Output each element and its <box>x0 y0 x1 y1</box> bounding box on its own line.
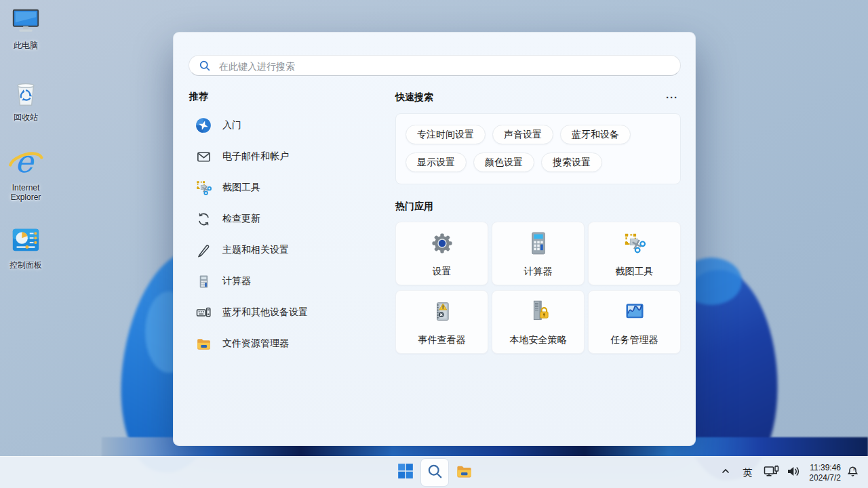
recommended-item-bluetooth-devices[interactable]: 蓝牙和其他设备设置 <box>189 297 386 328</box>
right-column: 快速搜索 ··· 专注时间设置 声音设置 蓝牙和设备 显示设置 颜色设置 搜索设… <box>395 91 681 354</box>
taskbar-center <box>392 459 477 486</box>
system-tray: 英 <box>720 457 868 488</box>
task-manager-icon <box>621 298 648 328</box>
check-updates-icon <box>195 211 212 227</box>
app-tile-local-security-policy[interactable]: 本地安全策略 <box>492 290 585 354</box>
clock-time: 11:39:46 <box>809 463 841 473</box>
app-tile-event-viewer[interactable]: 事件查看器 <box>395 290 488 354</box>
app-tile-label: 本地安全策略 <box>510 334 567 346</box>
desktop-icon-label: 此电脑 <box>4 41 47 50</box>
quick-search-chip[interactable]: 声音设置 <box>492 125 553 144</box>
control-panel-icon <box>10 247 41 258</box>
app-tile-label: 截图工具 <box>616 266 654 278</box>
bluetooth-devices-icon <box>195 304 212 321</box>
recommended-item-email[interactable]: 电子邮件和帐户 <box>189 141 386 172</box>
event-viewer-icon <box>429 298 456 328</box>
file-explorer-icon <box>195 336 212 352</box>
desktop-icon-recycle-bin[interactable]: 回收站 <box>4 77 47 122</box>
recommended-item-label: 检查更新 <box>222 213 260 225</box>
app-tile-label: 设置 <box>433 266 452 278</box>
app-tile-label: 计算器 <box>524 266 553 278</box>
quick-search-chip[interactable]: 专注时间设置 <box>406 125 486 144</box>
network-button[interactable] <box>764 465 780 481</box>
quick-search-chip[interactable]: 颜色设置 <box>473 152 534 172</box>
recommended-item-file-explorer[interactable]: 文件资源管理器 <box>189 328 386 359</box>
app-tile-settings[interactable]: 设置 <box>395 222 488 285</box>
taskbar-search-icon <box>427 463 443 483</box>
recommended-item-check-updates[interactable]: 检查更新 <box>189 203 386 235</box>
quick-search-title: 快速搜索 <box>395 92 433 104</box>
show-hidden-icons-button[interactable] <box>720 466 731 480</box>
internet-explorer-icon: e <box>8 169 43 181</box>
search-panel: 推荐 入门 <box>173 32 696 446</box>
svg-text:z: z <box>853 466 855 471</box>
app-tile-calculator[interactable]: 计算器 <box>492 222 585 285</box>
taskbar-search-button[interactable] <box>421 459 448 486</box>
search-input[interactable] <box>218 56 668 76</box>
recommended-item-get-started[interactable]: 入门 <box>189 110 386 141</box>
clock[interactable]: 11:39:46 2024/7/2 <box>809 463 841 483</box>
calculator-icon <box>525 230 552 260</box>
file-explorer-button[interactable] <box>450 459 477 486</box>
quick-search-chips: 专注时间设置 声音设置 蓝牙和设备 显示设置 颜色设置 搜索设置 <box>406 125 673 172</box>
this-pc-icon <box>10 27 41 39</box>
app-tile-label: 事件查看器 <box>418 334 466 346</box>
recommended-item-themes[interactable]: 主题和相关设置 <box>189 235 386 266</box>
svg-text:e: e <box>15 144 35 179</box>
quick-search-card: 专注时间设置 声音设置 蓝牙和设备 显示设置 颜色设置 搜索设置 <box>395 113 681 184</box>
desktop: 此电脑 回收站 <box>0 0 868 488</box>
snipping-tool-icon <box>195 180 212 197</box>
search-box <box>189 55 681 76</box>
chevron-up-icon <box>720 466 731 480</box>
recommended-item-label: 电子邮件和帐户 <box>222 150 289 163</box>
email-icon <box>195 149 212 165</box>
top-apps-title: 热门应用 <box>395 201 681 213</box>
notification-center-button[interactable]: z <box>846 465 859 481</box>
recommended-item-label: 主题和相关设置 <box>222 244 289 256</box>
get-started-icon <box>195 117 212 134</box>
quick-search-chip[interactable]: 显示设置 <box>406 152 467 172</box>
start-button[interactable] <box>392 459 419 486</box>
more-options-button[interactable]: ··· <box>663 94 681 101</box>
volume-button[interactable] <box>787 466 801 480</box>
recommended-title: 推荐 <box>189 91 386 103</box>
clock-date: 2024/7/2 <box>809 473 841 483</box>
app-tile-task-manager[interactable]: 任务管理器 <box>588 290 681 354</box>
ime-language-indicator[interactable]: 英 <box>741 467 754 479</box>
themes-brush-icon <box>195 243 212 258</box>
recommended-item-label: 截图工具 <box>222 182 260 194</box>
quick-search-chip[interactable]: 蓝牙和设备 <box>560 125 631 144</box>
desktop-icon-this-pc[interactable]: 此电脑 <box>4 5 47 50</box>
quick-search-header: 快速搜索 ··· <box>395 91 681 104</box>
calculator-icon <box>195 274 212 289</box>
recycle-bin-icon <box>10 99 41 110</box>
local-security-policy-icon <box>525 298 552 328</box>
start-icon <box>397 462 414 483</box>
app-tile-snipping-tool[interactable]: 截图工具 <box>588 222 681 285</box>
snipping-tool-icon <box>621 230 648 260</box>
speaker-icon <box>787 466 801 480</box>
recommended-item-label: 文件资源管理器 <box>222 338 289 350</box>
desktop-icon-control-panel[interactable]: 控制面板 <box>4 225 47 270</box>
notification-bell-icon: z <box>846 465 859 481</box>
recommended-item-label: 入门 <box>222 119 241 131</box>
taskbar: 英 <box>0 456 868 488</box>
top-apps-grid: 设置 <box>395 222 681 354</box>
settings-gear-icon <box>429 230 456 260</box>
desktop-icon-label: Internet Explorer <box>4 183 47 202</box>
recommended-section: 推荐 入门 <box>189 91 386 359</box>
desktop-icon-label: 回收站 <box>4 113 47 122</box>
app-tile-label: 任务管理器 <box>611 334 658 346</box>
recommended-item-label: 蓝牙和其他设备设置 <box>222 306 308 319</box>
network-ethernet-icon <box>764 465 780 481</box>
recommended-list: 入门 电子邮件和帐户 <box>189 110 386 359</box>
recommended-item-snipping-tool[interactable]: 截图工具 <box>189 172 386 203</box>
desktop-icon-internet-explorer[interactable]: e Internet Explorer <box>4 144 47 202</box>
desktop-icon-label: 控制面板 <box>4 260 47 270</box>
recommended-item-label: 计算器 <box>222 275 251 287</box>
file-explorer-icon <box>455 462 473 483</box>
recommended-item-calculator[interactable]: 计算器 <box>189 266 386 297</box>
search-icon <box>199 60 211 75</box>
quick-search-chip[interactable]: 搜索设置 <box>541 152 602 172</box>
